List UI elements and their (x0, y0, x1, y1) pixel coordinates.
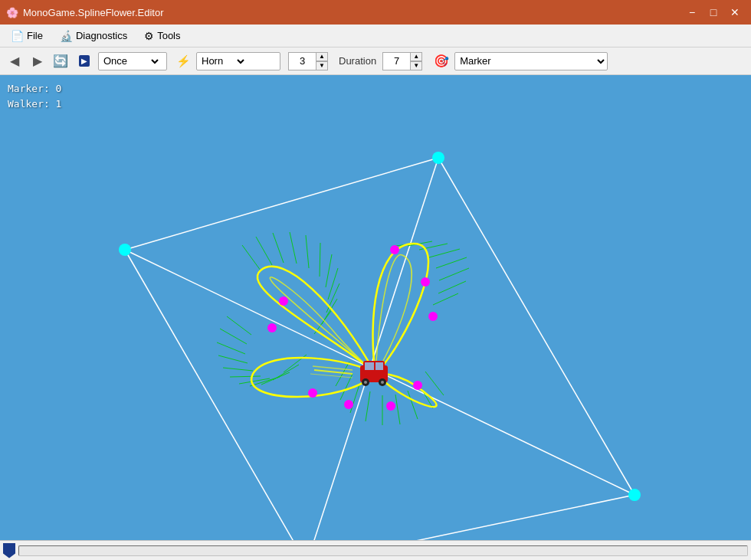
menu-file[interactable]: 📄 File (3, 28, 51, 44)
svg-point-49 (428, 312, 438, 321)
svg-line-41 (218, 355, 248, 363)
svg-line-39 (230, 376, 261, 377)
duration-spin-down-button[interactable]: ▼ (410, 61, 422, 70)
duration-label: Duration (339, 55, 376, 67)
svg-line-22 (366, 391, 370, 421)
control-point-top (432, 152, 444, 164)
duration-input[interactable] (382, 52, 410, 70)
menu-diagnostics-label: Diagnostics (76, 30, 127, 41)
menubar: 📄 File 🔬 Diagnostics ⚙ Tools (0, 25, 751, 47)
svg-line-8 (273, 233, 284, 263)
statusbar (0, 540, 751, 560)
refresh-button[interactable]: 🔄 (51, 51, 71, 71)
marker-icon: 🎯 (434, 54, 449, 68)
sound-icon: ⚡ (176, 54, 191, 68)
spin-down-button[interactable]: ▼ (316, 61, 328, 70)
forward-button[interactable]: ▶ (28, 51, 48, 71)
svg-rect-56 (365, 362, 374, 370)
maximize-button[interactable]: □ (703, 4, 723, 21)
svg-line-43 (220, 329, 247, 344)
svg-line-7 (256, 237, 272, 265)
svg-line-44 (227, 316, 251, 335)
svg-line-6 (242, 245, 261, 270)
svg-line-27 (438, 281, 466, 293)
svg-point-47 (390, 245, 399, 254)
duration-spin-buttons: ▲ ▼ (410, 52, 422, 70)
svg-line-64 (310, 374, 353, 378)
close-button[interactable]: ✕ (725, 4, 745, 21)
svg-point-59 (364, 381, 367, 384)
svg-line-40 (223, 368, 253, 371)
sound-icon-button[interactable]: ⚡ (173, 51, 193, 71)
svg-line-28 (439, 268, 469, 280)
svg-point-61 (381, 381, 384, 384)
svg-line-30 (429, 249, 460, 257)
value-spinbox: ▲ ▼ (288, 52, 328, 70)
svg-line-10 (306, 235, 309, 268)
svg-rect-57 (376, 362, 383, 370)
forward-icon: ▶ (33, 54, 42, 68)
menu-file-label: File (27, 30, 43, 41)
svg-point-46 (267, 323, 277, 332)
sound-select[interactable]: Horn Engine Brake (197, 53, 247, 70)
duration-spinbox: ▲ ▼ (382, 52, 422, 70)
svg-line-11 (320, 243, 320, 277)
app-title: MonoGame.SplineFlower.Editor (23, 7, 164, 18)
titlebar: 🌸 MonoGame.SplineFlower.Editor − □ ✕ (0, 0, 751, 25)
canvas-area[interactable]: Marker: 0 Walker: 1 (0, 75, 751, 540)
menu-tools-label: Tools (157, 30, 180, 41)
spline-canvas (0, 75, 751, 540)
svg-line-12 (326, 254, 332, 287)
refresh-icon: 🔄 (53, 54, 68, 68)
sound-dropdown[interactable]: Horn Engine Brake (196, 52, 280, 70)
back-button[interactable]: ◀ (5, 51, 25, 71)
svg-point-48 (421, 277, 430, 287)
svg-point-50 (413, 381, 422, 390)
scrollbar-track[interactable] (18, 545, 748, 556)
svg-point-53 (308, 388, 317, 398)
spin-buttons: ▲ ▼ (316, 52, 328, 70)
menu-diagnostics[interactable]: 🔬 Diagnostics (52, 28, 135, 44)
file-icon: 📄 (11, 30, 24, 42)
svg-line-29 (436, 257, 467, 268)
play-mode-icon-button[interactable]: ▶ (74, 51, 95, 71)
svg-line-1 (438, 158, 635, 495)
svg-line-9 (290, 232, 297, 264)
playmode-dropdown[interactable]: Once Loop PingPong (98, 52, 167, 70)
control-point-right (628, 489, 641, 501)
play-mode-icon: ▶ (79, 55, 90, 67)
toolbar: ◀ ▶ 🔄 ▶ Once Loop PingPong ⚡ Horn Engine… (0, 47, 751, 75)
tools-icon: ⚙ (144, 30, 154, 42)
svg-line-2 (307, 495, 635, 540)
minimize-button[interactable]: − (682, 4, 702, 21)
duration-spin-up-button[interactable]: ▲ (410, 52, 422, 61)
svg-line-62 (314, 370, 353, 374)
titlebar-left: 🌸 MonoGame.SplineFlower.Editor (6, 7, 164, 18)
marker-dropdown[interactable]: Marker Walker Path (454, 52, 608, 70)
value-input[interactable] (288, 52, 316, 70)
svg-point-51 (386, 401, 395, 411)
status-flag (3, 543, 15, 558)
svg-point-52 (344, 400, 353, 409)
menu-tools[interactable]: ⚙ Tools (136, 28, 188, 44)
back-icon: ◀ (10, 54, 19, 68)
svg-line-20 (395, 395, 400, 424)
svg-line-17 (425, 372, 444, 395)
svg-line-13 (328, 268, 338, 300)
control-point-left (119, 244, 131, 256)
marker-select[interactable]: Marker Walker Path (455, 53, 607, 70)
marker-icon-button[interactable]: 🎯 (431, 51, 451, 71)
svg-line-19 (408, 391, 418, 419)
app-icon: 🌸 (6, 7, 18, 18)
svg-line-0 (125, 158, 438, 250)
svg-point-45 (279, 296, 288, 306)
diagnostics-icon: 🔬 (60, 30, 73, 42)
svg-line-26 (433, 293, 458, 305)
titlebar-controls: − □ ✕ (682, 4, 745, 21)
spin-up-button[interactable]: ▲ (316, 52, 328, 61)
svg-line-42 (217, 342, 245, 354)
playmode-select[interactable]: Once Loop PingPong (99, 53, 161, 70)
